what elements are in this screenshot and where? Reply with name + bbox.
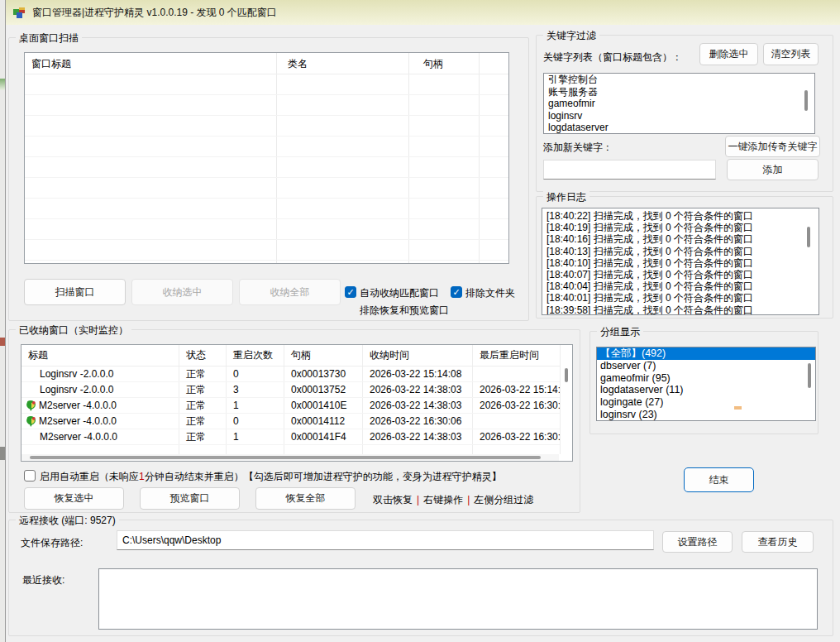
scan-windows-button[interactable]: 扫描窗口 <box>24 279 126 305</box>
keyword-item[interactable]: gameofmir <box>544 98 814 110</box>
desktop-fragment <box>0 338 5 346</box>
keyword-list[interactable]: 引擎控制台 账号服务器 gameofmir loginsrv logdatase… <box>543 73 815 134</box>
monitored-table[interactable]: 标题 状态 重启次数 句柄 收纳时间 最后重启时间 Loginsrv -2.0.… <box>21 344 573 462</box>
col-restarts[interactable]: 重启次数 <box>227 345 284 366</box>
m2server-icon <box>25 415 38 428</box>
collect-selected-button[interactable]: 收纳选中 <box>131 279 233 305</box>
auto-collect-label: 自动收纳匹配窗口 <box>360 286 439 300</box>
group-item[interactable]: 【全部】(492) <box>597 347 815 360</box>
panel-title: 桌面窗口扫描 <box>16 31 82 46</box>
col-handle[interactable]: 句柄 <box>284 345 363 366</box>
scan-table-body <box>25 74 508 263</box>
panel-title: 操作日志 <box>543 190 589 204</box>
desktop-scan-panel: 桌面窗口扫描 窗口标题 类名 句柄 扫描窗口 收纳选中 收纳全部 自动收纳匹配窗… <box>8 37 529 321</box>
m2server-icon <box>25 400 38 412</box>
group-item[interactable]: gameofmir (95) <box>597 372 815 385</box>
col-title[interactable]: 标题 <box>21 345 179 366</box>
add-keyword-button[interactable]: 添加 <box>727 159 819 180</box>
col-class-name[interactable]: 类名 <box>288 57 308 71</box>
scan-table[interactable]: 窗口标题 类名 句柄 <box>24 52 509 264</box>
col-collect-time[interactable]: 收纳时间 <box>363 345 473 366</box>
log-list[interactable]: [18:40:22] 扫描完成，找到 0 个符合条件的窗口 [18:40:19]… <box>542 208 819 315</box>
log-entry: [18:40:04] 扫描完成，找到 0 个符合条件的窗口 <box>542 280 819 292</box>
app-icon <box>12 6 26 19</box>
group-item[interactable]: loginsrv (23) <box>597 409 815 421</box>
panel-title: 已收纳窗口（实时监控） <box>16 323 131 338</box>
panel-title: 远程接收 (端口: 9527) <box>16 514 119 528</box>
desktop-fragment <box>0 79 5 90</box>
exclude-folders-checkbox[interactable] <box>451 286 462 298</box>
log-entry: [18:40:19] 扫描完成，找到 0 个符合条件的窗口 <box>542 222 819 233</box>
monitored-windows-panel: 已收纳窗口（实时监控） 标题 状态 重启次数 句柄 收纳时间 最后重启时间 Lo… <box>8 329 580 513</box>
keyword-item[interactable]: loginsrv <box>544 110 814 122</box>
end-button[interactable]: 结束 <box>684 467 754 492</box>
desktop-sliver <box>0 0 6 642</box>
col-last-restart[interactable]: 最后重启时间 <box>473 345 561 366</box>
col-window-title[interactable]: 窗口标题 <box>31 57 71 71</box>
group-item[interactable]: logdataserver (11) <box>597 384 815 396</box>
log-entry: [18:40:01] 扫描完成，找到 0 个符合条件的窗口 <box>542 292 819 304</box>
new-keyword-input[interactable] <box>543 160 716 180</box>
table-row[interactable]: Loginsrv -2.0.0.0 正常 3 0x00013752 2026-0… <box>21 382 561 398</box>
auto-collect-checkbox[interactable] <box>345 286 356 298</box>
recent-receive-label: 最近接收: <box>22 573 64 587</box>
auto-restart-checkbox[interactable] <box>24 470 36 481</box>
log-entry: [18:40:16] 扫描完成，找到 0 个符合条件的窗口 <box>542 233 819 245</box>
restore-selected-button[interactable]: 恢复选中 <box>24 487 124 510</box>
exclude-folders-label: 排除文件夹 <box>465 286 515 300</box>
monitored-table-header: 标题 状态 重启次数 句柄 收纳时间 最后重启时间 <box>21 345 561 367</box>
orange-marker <box>734 406 742 410</box>
horizontal-scrollbar[interactable] <box>21 454 559 461</box>
window-title: 窗口管理器|进程守护精灵 v1.0.0.19 - 发现 0 个匹配窗口 <box>32 6 277 20</box>
view-history-button[interactable]: 查看历史 <box>742 531 814 553</box>
collect-all-button[interactable]: 收纳全部 <box>239 279 341 305</box>
one-click-add-button[interactable]: 一键添加传奇关键字 <box>725 136 820 157</box>
log-entry: [18:40:13] 扫描完成，找到 0 个符合条件的窗口 <box>542 246 819 257</box>
keyword-item[interactable]: logdataserver <box>544 122 814 134</box>
hint-text: 双击恢复|右键操作|左侧分组过滤 <box>373 493 533 507</box>
remote-receive-panel: 远程接收 (端口: 9527) 文件保存路径: 设置路径 查看历史 最近接收: <box>8 520 833 636</box>
add-keyword-label: 添加新关键字： <box>543 141 613 155</box>
keyword-list-label: 关键字列表（窗口标题包含）： <box>543 50 682 65</box>
keyword-item[interactable]: 引擎控制台 <box>544 74 814 86</box>
group-list[interactable]: 【全部】(492) dbserver (7) gameofmir (95) lo… <box>596 347 816 421</box>
keyword-item[interactable]: 账号服务器 <box>544 86 814 98</box>
col-handle[interactable]: 句柄 <box>423 57 443 71</box>
panel-title: 关键字过滤 <box>543 29 599 43</box>
log-entry: [18:40:10] 扫描完成，找到 0 个符合条件的窗口 <box>542 257 819 269</box>
scrollbar-thumb[interactable] <box>807 227 810 247</box>
table-row[interactable]: M2server -4.0.0.0 正常 1 0x000141F4 2026-0… <box>21 429 561 445</box>
auto-collect-sublabel: 排除恢复和预览窗口 <box>360 304 449 318</box>
log-entry: [18:40:07] 扫描完成，找到 0 个符合条件的窗口 <box>542 269 819 280</box>
group-display-panel: 分组显示 【全部】(492) dbserver (7) gameofmir (9… <box>589 331 819 434</box>
operation-log-panel: 操作日志 [18:40:22] 扫描完成，找到 0 个符合条件的窗口 [18:4… <box>536 196 833 319</box>
set-path-button[interactable]: 设置路径 <box>662 531 733 553</box>
preview-window-button[interactable]: 预览窗口 <box>140 487 240 510</box>
scrollbar-thumb[interactable] <box>808 363 811 388</box>
delete-selected-button[interactable]: 删除选中 <box>699 43 758 65</box>
col-status[interactable]: 状态 <box>179 345 227 366</box>
table-row[interactable]: M2server -4.0.0.0 正常 1 0x0001410E 2026-0… <box>21 398 561 414</box>
auto-restart-label: 启用自动重启（未响应1分钟自动结束并重启）【勾选后即可增加进程守护的功能，变身为… <box>40 470 502 484</box>
scrollbar-thumb[interactable] <box>565 368 568 382</box>
group-item[interactable]: logingate (27) <box>597 396 815 409</box>
desktop-fragment <box>0 447 5 460</box>
group-item[interactable]: dbserver (7) <box>597 360 815 372</box>
scrollbar-thumb[interactable] <box>804 90 808 111</box>
restore-all-button[interactable]: 恢复全部 <box>255 487 356 510</box>
titlebar: 窗口管理器|进程守护精灵 v1.0.0.19 - 发现 0 个匹配窗口 <box>6 0 840 25</box>
save-path-label: 文件保存路径: <box>21 536 83 550</box>
table-row[interactable]: M2server -4.0.0.0 正常 0 0x00014112 2026-0… <box>21 414 561 429</box>
log-entry: [18:39:58] 扫描完成，找到 0 个符合条件的窗口 <box>542 304 819 315</box>
clear-list-button[interactable]: 清空列表 <box>763 43 819 65</box>
table-row[interactable]: Loginsrv -2.0.0.0 正常 0 0x00013730 2026-0… <box>21 367 561 382</box>
scrollbar-thumb[interactable] <box>30 456 541 459</box>
vertical-scrollbar[interactable] <box>560 345 572 454</box>
save-path-input[interactable] <box>117 530 654 550</box>
recent-receive-textarea[interactable] <box>98 568 818 630</box>
log-entry: [18:40:22] 扫描完成，找到 0 个符合条件的窗口 <box>542 210 819 222</box>
scan-table-header: 窗口标题 类名 句柄 <box>25 53 508 74</box>
keyword-filter-panel: 关键字过滤 关键字列表（窗口标题包含）： 删除选中 清空列表 引擎控制台 账号服… <box>536 35 833 192</box>
panel-title: 分组显示 <box>597 325 643 339</box>
